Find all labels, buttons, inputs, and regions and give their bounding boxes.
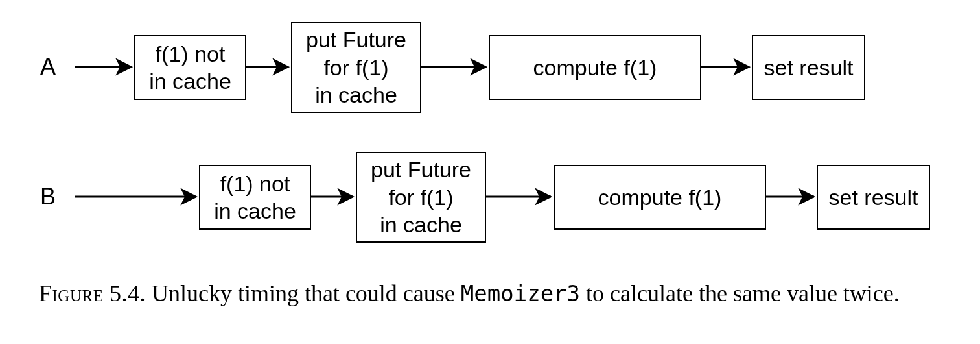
caption-code: Memoizer3: [461, 280, 580, 306]
caption-text-pre: Unlucky timing that could cause: [146, 280, 461, 306]
box-b-put-future: put Futurefor f(1)in cache: [356, 152, 486, 243]
box-b-set-result: set result: [817, 165, 930, 230]
box-a-compute: compute f(1): [489, 35, 701, 100]
row-label-a: A: [40, 53, 56, 80]
figure-number: Figure 5.4.: [39, 280, 146, 306]
figure-caption: Figure 5.4. Unlucky timing that could ca…: [39, 278, 964, 310]
box-a-set-result: set result: [752, 35, 865, 100]
box-a-check-cache: f(1) notin cache: [134, 35, 246, 100]
row-label-b: B: [40, 183, 56, 210]
diagram-canvas: A f(1) notin cache put Futurefor f(1)in …: [0, 0, 980, 344]
box-b-compute: compute f(1): [554, 165, 766, 230]
box-b-check-cache: f(1) notin cache: [199, 165, 311, 230]
box-a-put-future: put Futurefor f(1)in cache: [291, 22, 421, 113]
caption-text-post: to calculate the same value twice.: [580, 280, 900, 306]
